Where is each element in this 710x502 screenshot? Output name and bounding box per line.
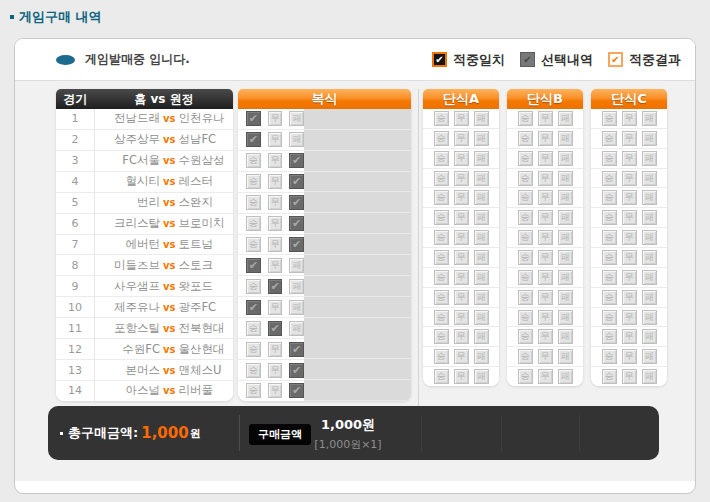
pick-checkbox-lose[interactable]: 패 bbox=[558, 111, 573, 126]
pick-checkbox-lose[interactable]: 패 bbox=[642, 190, 657, 205]
pick-checkbox-lose[interactable]: 패 bbox=[474, 349, 489, 364]
pick-checkbox-lose[interactable]: 패 bbox=[474, 270, 489, 285]
pick-checkbox-draw[interactable]: 무 bbox=[454, 250, 469, 265]
pick-checkbox-lose[interactable]: 패 bbox=[474, 369, 489, 384]
pick-checkbox-lose[interactable]: ✔ bbox=[289, 174, 304, 189]
pick-checkbox-win[interactable]: 승 bbox=[246, 383, 261, 398]
pick-checkbox-lose[interactable]: 패 bbox=[474, 290, 489, 305]
pick-checkbox-draw[interactable]: 무 bbox=[622, 250, 637, 265]
pick-checkbox-draw[interactable]: 무 bbox=[454, 329, 469, 344]
pick-checkbox-lose[interactable]: 패 bbox=[289, 321, 304, 336]
pick-checkbox-lose[interactable]: 패 bbox=[558, 329, 573, 344]
pick-checkbox-draw[interactable]: 무 bbox=[538, 270, 553, 285]
pick-checkbox-win[interactable]: 승 bbox=[602, 250, 617, 265]
pick-checkbox-win[interactable]: 승 bbox=[518, 171, 533, 186]
pick-checkbox-win[interactable]: 승 bbox=[434, 349, 449, 364]
pick-checkbox-win[interactable]: 승 bbox=[518, 349, 533, 364]
pick-checkbox-lose[interactable]: 패 bbox=[289, 111, 304, 126]
pick-checkbox-lose[interactable]: 패 bbox=[474, 151, 489, 166]
pick-checkbox-win[interactable]: 승 bbox=[602, 329, 617, 344]
pick-checkbox-draw[interactable]: 무 bbox=[622, 230, 637, 245]
pick-checkbox-lose[interactable]: 패 bbox=[558, 310, 573, 325]
pick-checkbox-lose[interactable]: 패 bbox=[642, 171, 657, 186]
pick-checkbox-win[interactable]: 승 bbox=[434, 369, 449, 384]
pick-checkbox-win[interactable]: 승 bbox=[518, 250, 533, 265]
pick-checkbox-draw[interactable]: 무 bbox=[622, 171, 637, 186]
pick-checkbox-lose[interactable]: 패 bbox=[558, 210, 573, 225]
pick-checkbox-draw[interactable]: 무 bbox=[538, 190, 553, 205]
pick-checkbox-win[interactable]: 승 bbox=[518, 151, 533, 166]
pick-checkbox-lose[interactable]: 패 bbox=[642, 290, 657, 305]
pick-checkbox-win[interactable]: 승 bbox=[434, 270, 449, 285]
pick-checkbox-lose[interactable]: 패 bbox=[558, 131, 573, 146]
pick-checkbox-win[interactable]: 승 bbox=[434, 131, 449, 146]
pick-checkbox-lose[interactable]: 패 bbox=[289, 258, 304, 273]
pick-checkbox-lose[interactable]: 패 bbox=[642, 349, 657, 364]
pick-checkbox-draw[interactable]: 무 bbox=[538, 111, 553, 126]
pick-checkbox-win[interactable]: 승 bbox=[246, 195, 261, 210]
pick-checkbox-draw[interactable]: 무 bbox=[622, 290, 637, 305]
pick-checkbox-draw[interactable]: 무 bbox=[454, 290, 469, 305]
pick-checkbox-draw[interactable]: 무 bbox=[622, 369, 637, 384]
pick-checkbox-lose[interactable]: 패 bbox=[474, 210, 489, 225]
pick-checkbox-lose[interactable]: 패 bbox=[558, 171, 573, 186]
pick-checkbox-win[interactable]: 승 bbox=[602, 290, 617, 305]
pick-checkbox-draw[interactable]: 무 bbox=[268, 195, 283, 210]
pick-checkbox-win[interactable]: 승 bbox=[602, 210, 617, 225]
pick-checkbox-win[interactable]: 승 bbox=[434, 190, 449, 205]
pick-checkbox-lose[interactable]: 패 bbox=[642, 111, 657, 126]
pick-checkbox-draw[interactable]: 무 bbox=[622, 111, 637, 126]
pick-checkbox-draw[interactable]: 무 bbox=[454, 369, 469, 384]
pick-checkbox-win[interactable]: 승 bbox=[518, 230, 533, 245]
pick-checkbox-draw[interactable]: 무 bbox=[454, 190, 469, 205]
pick-checkbox-lose[interactable]: 패 bbox=[289, 279, 304, 294]
pick-checkbox-draw[interactable]: 무 bbox=[454, 210, 469, 225]
pick-checkbox-win[interactable]: 승 bbox=[246, 174, 261, 189]
pick-checkbox-win[interactable]: 승 bbox=[434, 329, 449, 344]
pick-checkbox-draw[interactable]: 무 bbox=[454, 230, 469, 245]
pick-checkbox-win[interactable]: 승 bbox=[434, 310, 449, 325]
pick-checkbox-lose[interactable]: 패 bbox=[642, 131, 657, 146]
pick-checkbox-win[interactable]: ✔ bbox=[246, 300, 261, 315]
pick-checkbox-draw[interactable]: 무 bbox=[268, 342, 283, 357]
pick-checkbox-win[interactable]: 승 bbox=[434, 250, 449, 265]
pick-checkbox-draw[interactable]: 무 bbox=[538, 250, 553, 265]
pick-checkbox-win[interactable]: 승 bbox=[246, 321, 261, 336]
pick-checkbox-win[interactable]: 승 bbox=[246, 363, 261, 378]
pick-checkbox-draw[interactable]: 무 bbox=[622, 310, 637, 325]
pick-checkbox-draw[interactable]: 무 bbox=[268, 111, 283, 126]
pick-checkbox-win[interactable]: 승 bbox=[602, 131, 617, 146]
pick-checkbox-lose[interactable]: 패 bbox=[558, 349, 573, 364]
pick-checkbox-win[interactable]: 승 bbox=[518, 310, 533, 325]
pick-checkbox-win[interactable]: 승 bbox=[602, 230, 617, 245]
pick-checkbox-win[interactable]: 승 bbox=[246, 342, 261, 357]
pick-checkbox-lose[interactable]: 패 bbox=[558, 151, 573, 166]
pick-checkbox-lose[interactable]: 패 bbox=[474, 329, 489, 344]
pick-checkbox-win[interactable]: ✔ bbox=[246, 258, 261, 273]
pick-checkbox-draw[interactable]: ✔ bbox=[268, 321, 283, 336]
pick-checkbox-lose[interactable]: 패 bbox=[558, 270, 573, 285]
pick-checkbox-draw[interactable]: 무 bbox=[454, 171, 469, 186]
pick-checkbox-draw[interactable]: 무 bbox=[622, 151, 637, 166]
pick-checkbox-draw[interactable]: 무 bbox=[268, 383, 283, 398]
pick-checkbox-lose[interactable]: 패 bbox=[289, 132, 304, 147]
pick-checkbox-lose[interactable]: 패 bbox=[474, 131, 489, 146]
pick-checkbox-lose[interactable]: ✔ bbox=[289, 342, 304, 357]
pick-checkbox-win[interactable]: 승 bbox=[602, 111, 617, 126]
pick-checkbox-lose[interactable]: 패 bbox=[558, 190, 573, 205]
pick-checkbox-win[interactable]: 승 bbox=[246, 237, 261, 252]
pick-checkbox-win[interactable]: 승 bbox=[602, 171, 617, 186]
pick-checkbox-draw[interactable]: 무 bbox=[268, 153, 283, 168]
pick-checkbox-draw[interactable]: 무 bbox=[268, 300, 283, 315]
pick-checkbox-lose[interactable]: 패 bbox=[642, 329, 657, 344]
pick-checkbox-draw[interactable]: 무 bbox=[538, 151, 553, 166]
pick-checkbox-lose[interactable]: 패 bbox=[474, 250, 489, 265]
pick-checkbox-win[interactable]: ✔ bbox=[246, 111, 261, 126]
pick-checkbox-win[interactable]: 승 bbox=[246, 279, 261, 294]
pick-checkbox-lose[interactable]: ✔ bbox=[289, 237, 304, 252]
pick-checkbox-draw[interactable]: 무 bbox=[622, 329, 637, 344]
pick-checkbox-win[interactable]: 승 bbox=[602, 190, 617, 205]
pick-checkbox-win[interactable]: 승 bbox=[518, 329, 533, 344]
pick-checkbox-win[interactable]: 승 bbox=[434, 151, 449, 166]
pick-checkbox-lose[interactable]: 패 bbox=[642, 151, 657, 166]
